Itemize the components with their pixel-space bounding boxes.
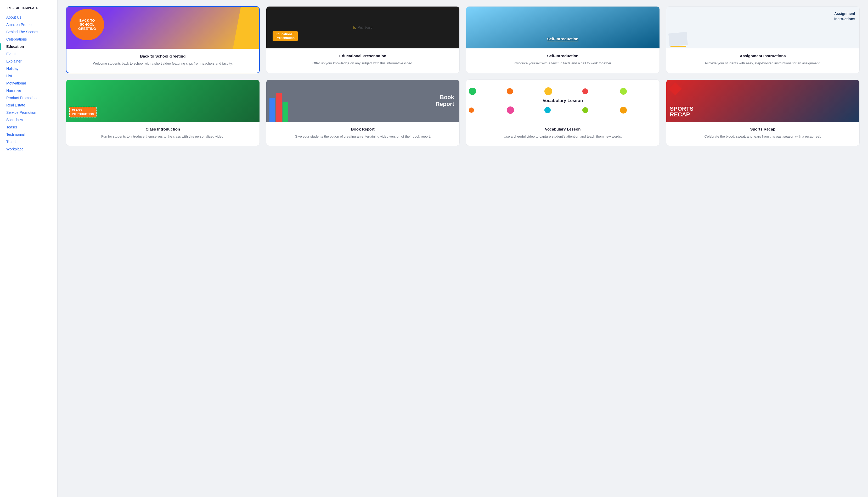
sidebar-item-narrative[interactable]: Narrative xyxy=(6,87,57,94)
card-description-book-report: Give your students the option of creatin… xyxy=(271,134,455,139)
sidebar-item-tutorial[interactable]: Tutorial xyxy=(6,138,57,145)
card-image-sports-recap: SPORTSRECAP xyxy=(666,80,859,122)
card-body-vocabulary-lesson: Vocabulary LessonUse a cheerful video to… xyxy=(466,122,659,146)
sidebar-item-amazon-promo[interactable]: Amazon Promo xyxy=(6,21,57,28)
card-title-class-introduction: Class Introduction xyxy=(71,127,255,131)
sidebar-item-product-promotion[interactable]: Product Promotion xyxy=(6,94,57,101)
card-back-to-school[interactable]: BACK TOSCHOOLGREETING Back to School Gre… xyxy=(66,6,260,73)
card-self-introduction[interactable]: Self-Introduction Self-IntroductionIntro… xyxy=(466,6,660,73)
card-image-self-introduction: Self-Introduction xyxy=(466,6,659,48)
sidebar-item-education[interactable]: Education xyxy=(6,43,57,50)
card-description-sports-recap: Celebrate the blood, sweat, and tears fr… xyxy=(671,134,855,139)
sidebar-item-behind-the-scenes[interactable]: Behind The Scenes xyxy=(6,28,57,36)
card-description-educational-presentation: Offer up your knowledge on any subject w… xyxy=(271,61,455,66)
sidebar-item-workplace[interactable]: Workplace xyxy=(6,145,57,153)
card-description-assignment-instructions: Provide your students with easy, step-by… xyxy=(671,61,855,66)
card-description-back-to-school: Welcome students back to school with a s… xyxy=(71,61,255,67)
sidebar-item-slideshow[interactable]: Slideshow xyxy=(6,116,57,124)
card-body-back-to-school: Back to School GreetingWelcome students … xyxy=(67,49,259,73)
card-body-educational-presentation: Educational PresentationOffer up your kn… xyxy=(266,48,460,72)
card-body-book-report: Book ReportGive your students the option… xyxy=(266,122,460,146)
card-image-class-introduction: CLASSINTRODUCTION xyxy=(66,80,259,122)
card-book-report[interactable]: BookReport Book ReportGive your students… xyxy=(266,80,460,146)
card-vocabulary-lesson[interactable]: Vocabulary Lesson Vocabulary LessonUse a… xyxy=(466,80,660,146)
sidebar-item-holiday[interactable]: Holiday xyxy=(6,65,57,72)
card-description-class-introduction: Fun for students to introduce themselves… xyxy=(71,134,255,139)
card-title-assignment-instructions: Assignment Instructions xyxy=(671,54,855,58)
card-class-introduction[interactable]: CLASSINTRODUCTION Class IntroductionFun … xyxy=(66,80,260,146)
card-description-vocabulary-lesson: Use a cheerful video to capture student'… xyxy=(471,134,655,139)
main-content: BACK TOSCHOOLGREETING Back to School Gre… xyxy=(58,0,868,497)
card-image-back-to-school: BACK TOSCHOOLGREETING xyxy=(67,7,259,49)
sidebar-item-motivational[interactable]: Motivational xyxy=(6,80,57,87)
card-title-back-to-school: Back to School Greeting xyxy=(71,54,255,58)
card-body-sports-recap: Sports RecapCelebrate the blood, sweat, … xyxy=(666,122,859,146)
card-image-assignment-instructions: AssignmentInstructions xyxy=(666,6,859,48)
card-title-self-introduction: Self-Introduction xyxy=(471,54,655,58)
cards-row-1: BACK TOSCHOOLGREETING Back to School Gre… xyxy=(66,6,859,73)
cards-row-2: CLASSINTRODUCTION Class IntroductionFun … xyxy=(66,80,859,146)
sidebar-item-explainer[interactable]: Explainer xyxy=(6,58,57,65)
card-body-self-introduction: Self-IntroductionIntroduce yourself with… xyxy=(466,48,659,72)
sidebar-item-teaser[interactable]: Teaser xyxy=(6,124,57,131)
sidebar-title: TYPE OF TEMPLATE xyxy=(6,6,57,10)
sidebar-item-about-us[interactable]: About Us xyxy=(6,14,57,21)
card-educational-presentation[interactable]: 📐 Math board EducationalPresentation Edu… xyxy=(266,6,460,73)
sidebar-item-celebrations[interactable]: Celebrations xyxy=(6,36,57,43)
card-title-vocabulary-lesson: Vocabulary Lesson xyxy=(471,127,655,131)
card-title-book-report: Book Report xyxy=(271,127,455,131)
card-body-class-introduction: Class IntroductionFun for students to in… xyxy=(66,122,259,146)
sidebar: TYPE OF TEMPLATE About UsAmazon PromoBeh… xyxy=(0,0,58,497)
card-image-book-report: BookReport xyxy=(266,80,460,122)
card-image-vocabulary-lesson: Vocabulary Lesson xyxy=(466,80,659,122)
sidebar-item-real-estate[interactable]: Real Estate xyxy=(6,101,57,109)
sidebar-item-service-promotion[interactable]: Service Promotion xyxy=(6,109,57,116)
sidebar-item-event[interactable]: Event xyxy=(6,50,57,58)
card-title-educational-presentation: Educational Presentation xyxy=(271,54,455,58)
card-title-sports-recap: Sports Recap xyxy=(671,127,855,131)
card-body-assignment-instructions: Assignment InstructionsProvide your stud… xyxy=(666,48,859,72)
card-sports-recap[interactable]: SPORTSRECAP Sports RecapCelebrate the bl… xyxy=(666,80,860,146)
card-assignment-instructions[interactable]: AssignmentInstructions Assignment Instru… xyxy=(666,6,860,73)
sidebar-item-list[interactable]: List xyxy=(6,72,57,80)
sidebar-item-testimonial[interactable]: Testimonial xyxy=(6,131,57,138)
card-description-self-introduction: Introduce yourself with a few fun facts … xyxy=(471,61,655,66)
card-image-educational-presentation: 📐 Math board EducationalPresentation xyxy=(266,6,460,48)
